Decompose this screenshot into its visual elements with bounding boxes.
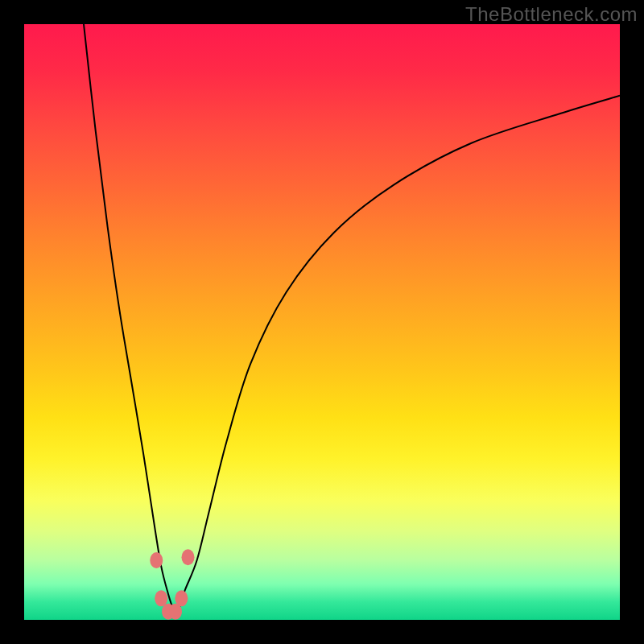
curve-marker [155,590,167,606]
curve-marker [182,549,195,565]
main-curve [84,24,620,610]
plot-area [24,24,620,620]
curve-marker [150,552,163,568]
chart-frame: TheBottleneck.com [0,0,644,644]
curve-marker [175,590,188,606]
chart-svg [24,24,620,620]
watermark-label: TheBottleneck.com [465,3,638,26]
